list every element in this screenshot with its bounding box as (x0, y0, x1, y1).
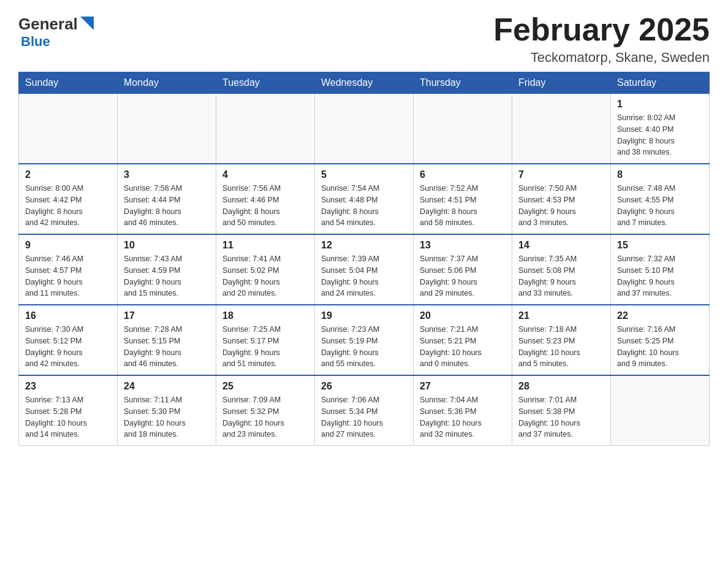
calendar-cell: 26Sunrise: 7:06 AMSunset: 5:34 PMDayligh… (315, 375, 414, 446)
day-number: 8 (617, 169, 703, 180)
calendar-cell: 22Sunrise: 7:16 AMSunset: 5:25 PMDayligh… (611, 305, 710, 375)
calendar-cell: 2Sunrise: 8:00 AMSunset: 4:42 PMDaylight… (19, 164, 118, 234)
calendar-cell: 24Sunrise: 7:11 AMSunset: 5:30 PMDayligh… (118, 375, 216, 446)
col-header-thursday: Thursday (414, 72, 512, 94)
day-number: 10 (124, 240, 210, 251)
col-header-tuesday: Tuesday (216, 72, 315, 94)
day-number: 24 (124, 381, 210, 392)
day-number: 6 (420, 169, 506, 180)
day-number: 3 (124, 169, 210, 180)
day-number: 18 (222, 310, 308, 321)
day-number: 17 (124, 310, 210, 321)
day-info: Sunrise: 7:58 AMSunset: 4:44 PMDaylight:… (124, 183, 210, 229)
calendar-cell: 13Sunrise: 7:37 AMSunset: 5:06 PMDayligh… (414, 234, 512, 305)
day-number: 13 (420, 240, 506, 251)
calendar-cell: 23Sunrise: 7:13 AMSunset: 5:28 PMDayligh… (19, 375, 118, 446)
day-info: Sunrise: 7:16 AMSunset: 5:25 PMDaylight:… (617, 324, 703, 370)
day-number: 20 (420, 310, 506, 321)
calendar-cell: 28Sunrise: 7:01 AMSunset: 5:38 PMDayligh… (512, 375, 611, 446)
calendar-cell (611, 375, 710, 446)
day-number: 28 (518, 381, 604, 392)
day-number: 26 (321, 381, 407, 392)
day-info: Sunrise: 7:48 AMSunset: 4:55 PMDaylight:… (617, 183, 703, 229)
calendar-table: SundayMondayTuesdayWednesdayThursdayFrid… (18, 72, 710, 446)
day-info: Sunrise: 7:56 AMSunset: 4:46 PMDaylight:… (222, 183, 308, 229)
day-number: 22 (617, 310, 703, 321)
day-number: 12 (321, 240, 407, 251)
day-info: Sunrise: 7:09 AMSunset: 5:32 PMDaylight:… (222, 394, 308, 440)
calendar-cell: 7Sunrise: 7:50 AMSunset: 4:53 PMDaylight… (512, 164, 611, 234)
calendar-header-row: SundayMondayTuesdayWednesdayThursdayFrid… (19, 72, 710, 94)
day-number: 23 (25, 381, 111, 392)
calendar-week-row: 23Sunrise: 7:13 AMSunset: 5:28 PMDayligh… (19, 375, 710, 446)
day-info: Sunrise: 7:50 AMSunset: 4:53 PMDaylight:… (518, 183, 604, 229)
day-number: 1 (617, 99, 703, 110)
day-info: Sunrise: 7:35 AMSunset: 5:08 PMDaylight:… (518, 253, 604, 299)
calendar-cell (414, 94, 512, 164)
day-info: Sunrise: 7:46 AMSunset: 4:57 PMDaylight:… (25, 253, 111, 299)
calendar-cell: 11Sunrise: 7:41 AMSunset: 5:02 PMDayligh… (216, 234, 315, 305)
day-info: Sunrise: 7:52 AMSunset: 4:51 PMDaylight:… (420, 183, 506, 229)
day-info: Sunrise: 8:00 AMSunset: 4:42 PMDaylight:… (25, 183, 111, 229)
day-info: Sunrise: 7:25 AMSunset: 5:17 PMDaylight:… (222, 324, 308, 370)
calendar-cell: 12Sunrise: 7:39 AMSunset: 5:04 PMDayligh… (315, 234, 414, 305)
calendar-cell: 15Sunrise: 7:32 AMSunset: 5:10 PMDayligh… (611, 234, 710, 305)
calendar-cell: 10Sunrise: 7:43 AMSunset: 4:59 PMDayligh… (118, 234, 216, 305)
day-number: 11 (222, 240, 308, 251)
day-number: 5 (321, 169, 407, 180)
day-info: Sunrise: 7:13 AMSunset: 5:28 PMDaylight:… (25, 394, 111, 440)
title-section: February 2025 Teckomatorp, Skane, Sweden (493, 12, 710, 66)
col-header-saturday: Saturday (611, 72, 710, 94)
col-header-monday: Monday (118, 72, 216, 94)
day-info: Sunrise: 7:06 AMSunset: 5:34 PMDaylight:… (321, 394, 407, 440)
day-info: Sunrise: 7:30 AMSunset: 5:12 PMDaylight:… (25, 324, 111, 370)
calendar-cell: 20Sunrise: 7:21 AMSunset: 5:21 PMDayligh… (414, 305, 512, 375)
calendar-cell: 6Sunrise: 7:52 AMSunset: 4:51 PMDaylight… (414, 164, 512, 234)
day-number: 21 (518, 310, 604, 321)
calendar-week-row: 16Sunrise: 7:30 AMSunset: 5:12 PMDayligh… (19, 305, 710, 375)
day-info: Sunrise: 7:18 AMSunset: 5:23 PMDaylight:… (518, 324, 604, 370)
day-info: Sunrise: 7:32 AMSunset: 5:10 PMDaylight:… (617, 253, 703, 299)
day-info: Sunrise: 7:01 AMSunset: 5:38 PMDaylight:… (518, 394, 604, 440)
calendar-cell: 18Sunrise: 7:25 AMSunset: 5:17 PMDayligh… (216, 305, 315, 375)
day-number: 14 (518, 240, 604, 251)
day-info: Sunrise: 7:21 AMSunset: 5:21 PMDaylight:… (420, 324, 506, 370)
day-number: 2 (25, 169, 111, 180)
calendar-cell: 5Sunrise: 7:54 AMSunset: 4:48 PMDaylight… (315, 164, 414, 234)
calendar-cell: 21Sunrise: 7:18 AMSunset: 5:23 PMDayligh… (512, 305, 611, 375)
calendar-cell (512, 94, 611, 164)
calendar-cell (118, 94, 216, 164)
calendar-cell: 4Sunrise: 7:56 AMSunset: 4:46 PMDaylight… (216, 164, 315, 234)
day-number: 19 (321, 310, 407, 321)
calendar-cell: 8Sunrise: 7:48 AMSunset: 4:55 PMDaylight… (611, 164, 710, 234)
day-info: Sunrise: 7:43 AMSunset: 4:59 PMDaylight:… (124, 253, 210, 299)
day-info: Sunrise: 7:41 AMSunset: 5:02 PMDaylight:… (222, 253, 308, 299)
location-text: Teckomatorp, Skane, Sweden (493, 50, 710, 66)
calendar-cell: 19Sunrise: 7:23 AMSunset: 5:19 PMDayligh… (315, 305, 414, 375)
calendar-week-row: 9Sunrise: 7:46 AMSunset: 4:57 PMDaylight… (19, 234, 710, 305)
calendar-cell: 3Sunrise: 7:58 AMSunset: 4:44 PMDaylight… (118, 164, 216, 234)
calendar-cell: 17Sunrise: 7:28 AMSunset: 5:15 PMDayligh… (118, 305, 216, 375)
col-header-wednesday: Wednesday (315, 72, 414, 94)
col-header-friday: Friday (512, 72, 611, 94)
day-number: 4 (222, 169, 308, 180)
calendar-cell: 27Sunrise: 7:04 AMSunset: 5:36 PMDayligh… (414, 375, 512, 446)
day-info: Sunrise: 7:39 AMSunset: 5:04 PMDaylight:… (321, 253, 407, 299)
day-number: 27 (420, 381, 506, 392)
calendar-cell: 16Sunrise: 7:30 AMSunset: 5:12 PMDayligh… (19, 305, 118, 375)
day-number: 7 (518, 169, 604, 180)
svg-marker-0 (80, 17, 94, 30)
day-number: 15 (617, 240, 703, 251)
calendar-cell (19, 94, 118, 164)
day-info: Sunrise: 7:28 AMSunset: 5:15 PMDaylight:… (124, 324, 210, 370)
day-number: 25 (222, 381, 308, 392)
logo-text-general: General (18, 16, 78, 32)
logo-text-blue: Blue (21, 34, 50, 50)
logo: General Blue (18, 12, 94, 50)
calendar-week-row: 1Sunrise: 8:02 AMSunset: 4:40 PMDaylight… (19, 94, 710, 164)
day-info: Sunrise: 7:23 AMSunset: 5:19 PMDaylight:… (321, 324, 407, 370)
page-header: General Blue February 2025 Teckomatorp, … (18, 12, 710, 66)
month-title: February 2025 (493, 12, 710, 47)
day-info: Sunrise: 7:11 AMSunset: 5:30 PMDaylight:… (124, 394, 210, 440)
calendar-cell (315, 94, 414, 164)
